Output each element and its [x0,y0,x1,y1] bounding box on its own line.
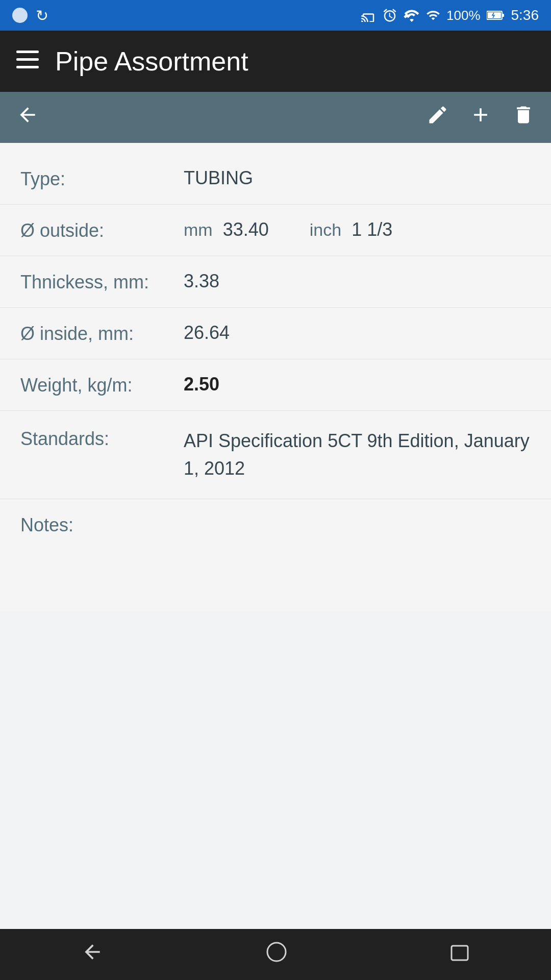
sync-icon: ↻ [36,7,48,24]
status-bar-right: 100% 5:36 [361,7,539,23]
status-bar: ↻ 100% 5:36 [0,0,551,31]
standards-label: Standards: [20,427,184,450]
thickness-row: Thnickess, mm: 3.38 [0,256,551,308]
weight-row: Weight, kg/m: 2.50 [0,359,551,411]
notes-label: Notes: [20,513,184,536]
delete-trash-icon[interactable] [512,104,535,132]
bottom-nav-bar [0,929,551,980]
thickness-label: Thnickess, mm: [20,271,184,293]
inch-label: inch [310,220,341,240]
weight-label: Weight, kg/m: [20,374,184,396]
standards-value: API Specification 5CT 9th Edition, Janua… [184,427,531,482]
hamburger-menu-icon[interactable] [16,51,39,72]
alarm-icon [382,8,397,23]
action-bar-left [16,104,39,132]
mm-label: mm [184,220,213,240]
wifi-icon [404,9,420,22]
add-plus-icon[interactable] [469,104,492,132]
outside-diameter-row: Ø outside: mm 33.40 inch 1 1/3 [0,205,551,256]
page-title: Pipe Assortment [55,46,248,77]
svg-rect-5 [16,66,39,68]
thickness-value: 3.38 [184,271,531,292]
outside-label: Ø outside: [20,219,184,241]
signal-icon [426,8,440,22]
content-area: Type: TUBING Ø outside: mm 33.40 inch 1 … [0,143,551,611]
mm-value: 33.40 [223,219,269,240]
svg-rect-3 [16,51,39,53]
edit-pencil-icon[interactable] [427,104,449,132]
battery-icon [487,9,505,21]
action-bar [0,92,551,143]
inch-value: 1 1/3 [352,219,392,240]
svg-rect-7 [452,946,468,960]
type-label: Type: [20,167,184,190]
app-bar: Pipe Assortment [0,31,551,92]
status-bar-left: ↻ [12,7,48,24]
weight-value: 2.50 [184,374,531,395]
back-arrow-icon[interactable] [16,104,39,132]
outside-values: mm 33.40 inch 1 1/3 [184,219,392,240]
nav-home-icon[interactable] [265,941,288,968]
notes-row: Notes: [0,499,551,601]
nav-back-icon[interactable] [81,941,104,968]
time-display: 5:36 [511,7,539,23]
nav-recent-icon[interactable] [449,942,470,967]
inside-row: Ø inside, mm: 26.64 [0,308,551,359]
svg-point-6 [267,943,286,961]
svg-rect-4 [16,58,39,61]
status-dot-icon [12,8,28,23]
type-value: TUBING [184,167,531,189]
svg-rect-2 [502,14,504,17]
battery-percentage: 100% [446,8,481,23]
inside-value: 26.64 [184,322,531,344]
cast-icon [361,9,376,22]
type-row: Type: TUBING [0,153,551,205]
standards-row: Standards: API Specification 5CT 9th Edi… [0,411,551,499]
action-bar-right [427,104,535,132]
inside-label: Ø inside, mm: [20,322,184,345]
